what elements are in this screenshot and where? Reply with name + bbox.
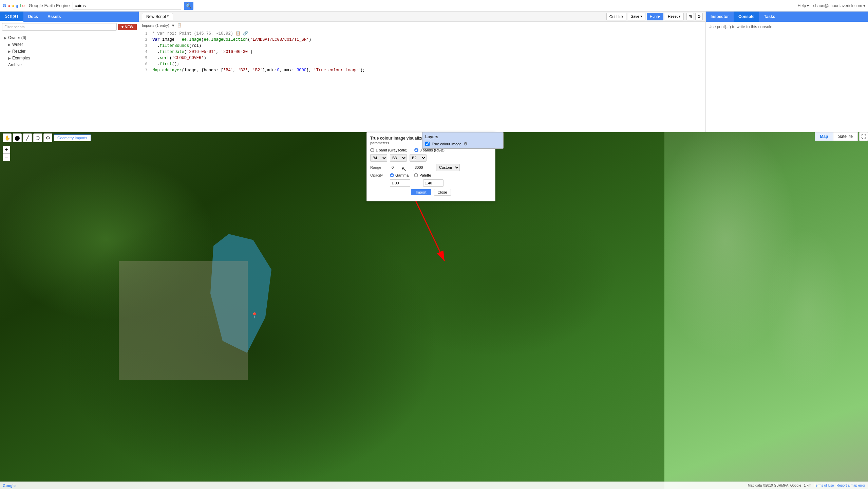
logo-g2: g <box>16 3 18 8</box>
map-settings-button[interactable]: ⚙ <box>43 133 52 142</box>
imports-bar: Imports (1 entry) ▼ 📋 <box>139 22 705 29</box>
top-bar: Google Google Earth Engine 🔍 Help ▾ shau… <box>0 0 868 12</box>
hand-tool-button[interactable]: ✋ <box>3 133 12 142</box>
tab-inspector[interactable]: Inspector <box>706 12 734 22</box>
zoom-controls: + − <box>3 146 10 161</box>
grid-icon-btn[interactable]: ⊞ <box>686 13 694 20</box>
tree-arrow-owner: ▶ <box>4 36 7 40</box>
viz-close-button[interactable]: Close <box>434 189 451 196</box>
mountain-area <box>664 132 868 489</box>
band-b4-select[interactable]: B4 <box>370 154 387 162</box>
map-tools: ✋ ⬤ ╱ ⬡ ⚙ Geometry Imports <box>0 132 94 144</box>
code-tabs: New Script * Get Link Save ▾ Run ▶ Reset… <box>139 12 705 22</box>
reset-button[interactable]: Reset ▾ <box>665 13 684 20</box>
save-button[interactable]: Save ▾ <box>628 13 645 20</box>
get-link-button[interactable]: Get Link <box>606 13 626 20</box>
tree-item-reader[interactable]: ▶ Reader <box>3 48 136 55</box>
imports-text: Imports (1 entry) <box>142 23 169 28</box>
geometry-imports-button[interactable]: Geometry Imports <box>54 134 91 141</box>
code-line-2: 2 var image = ee.Image(ee.ImageCollectio… <box>139 37 705 43</box>
viz-values-row <box>370 179 492 187</box>
imports-expand-icon[interactable]: ▼ <box>171 23 175 28</box>
fullscreen-icon-btn[interactable]: ⛶ <box>859 132 868 141</box>
google-logo: Google <box>3 3 25 8</box>
code-line-4: 4 .filterDate('2016-05-01', '2016-06-30'… <box>139 49 705 55</box>
settings-icon-btn[interactable]: ⚙ <box>695 13 703 20</box>
viz-import-button[interactable]: Import <box>411 189 431 195</box>
code-line-1: 1 * var roi: Point (145.76, -16.92) 📋 🔗 <box>139 31 705 37</box>
one-band-label: 1 band (Grayscale) <box>376 148 408 152</box>
filter-scripts-input[interactable] <box>2 23 117 31</box>
zoom-out-button[interactable]: − <box>3 153 10 161</box>
band-b2-select[interactable]: B2 <box>410 154 427 162</box>
viz-buttons-row: Import Close <box>370 189 492 196</box>
report-link[interactable]: Report a map error <box>837 484 865 487</box>
console-text: Use print(...) to write to this console. <box>709 24 773 29</box>
search-input[interactable] <box>73 2 181 10</box>
palette-radio-circle <box>414 173 418 177</box>
gamma-radio[interactable]: Gamma <box>390 173 409 177</box>
code-line-6: 6 .first(); <box>139 61 705 67</box>
tree-item-writer[interactable]: ▶ Writer <box>3 41 136 48</box>
zoom-in-button[interactable]: + <box>3 146 10 153</box>
line-tool-button[interactable]: ╱ <box>23 133 32 142</box>
logo-o1: o <box>7 3 10 8</box>
search-button[interactable]: 🔍 <box>184 2 193 10</box>
code-toolbar: Get Link Save ▾ Run ▶ Reset ▾ ⊞ ⚙ <box>606 13 703 20</box>
opacity-value-input[interactable] <box>390 179 410 187</box>
tree-arrow-examples: ▶ <box>8 56 11 60</box>
palette-label: Palette <box>419 173 431 177</box>
tree-item-owner[interactable]: ▶ Owner (6) <box>3 34 136 41</box>
viz-opacity-row: Opacity Gamma Palette <box>370 173 492 177</box>
map-type-satellite-button[interactable]: Satellite <box>833 132 858 141</box>
range-min-input[interactable] <box>390 164 410 171</box>
tree-arrow-reader: ▶ <box>8 50 11 53</box>
range-label: Range <box>370 165 387 169</box>
code-line-3: 3 .filterBounds(roi) <box>139 43 705 49</box>
logo-l: l <box>20 3 21 8</box>
range-max-input[interactable] <box>413 164 433 171</box>
tab-console[interactable]: Console <box>734 12 759 22</box>
logo-g: G <box>3 3 6 8</box>
point-tool-button[interactable]: ⬤ <box>13 133 22 142</box>
tree-item-archive[interactable]: Archive <box>3 61 136 68</box>
right-tabs: Inspector Console Tasks <box>706 12 868 22</box>
layers-title: Layers <box>425 134 501 139</box>
layers-panel: Layers True colour image ⚙ <box>422 132 504 149</box>
help-link[interactable]: Help ▾ <box>797 3 809 8</box>
user-menu[interactable]: shaun@shaunlaverick.com ▾ <box>813 3 865 8</box>
layer-settings-icon[interactable]: ⚙ <box>464 141 468 146</box>
left-tabs-bar: Scripts Docs Assets <box>0 12 139 22</box>
tab-docs[interactable]: Docs <box>23 12 43 22</box>
scale-bar: 1 km <box>804 484 811 487</box>
logo-e: e <box>22 3 25 8</box>
app-title: Google Earth Engine <box>29 3 70 8</box>
tab-tasks[interactable]: Tasks <box>759 12 780 22</box>
gamma-radio-circle <box>390 173 394 177</box>
layer-visible-checkbox[interactable] <box>425 142 430 146</box>
terms-link[interactable]: Terms of Use <box>814 484 834 487</box>
run-button[interactable]: Run ▶ <box>647 13 663 20</box>
tab-scripts[interactable]: Scripts <box>0 12 23 22</box>
range-custom-select[interactable]: Custom <box>436 164 460 171</box>
palette-radio[interactable]: Palette <box>414 173 431 177</box>
band-b3-select[interactable]: B3 <box>390 154 407 162</box>
one-band-radio[interactable]: 1 band (Grayscale) <box>370 148 408 152</box>
map-attribution: Map data ©2019 GBRMPA, Google <box>748 484 801 487</box>
scripts-toolbar: ▾ NEW <box>0 22 139 32</box>
code-line-7: 7 Map.addLayer(image, {bands: ['B4', 'B3… <box>139 67 705 73</box>
tree-item-examples[interactable]: ▶ Examples <box>3 55 136 61</box>
logo-o2: o <box>12 3 14 8</box>
polygon-tool-button[interactable]: ⬡ <box>33 133 42 142</box>
opacity-label: Opacity <box>370 173 387 177</box>
map-type-buttons: Map Satellite ⛶ <box>815 132 868 141</box>
gamma-value-input[interactable] <box>423 179 444 187</box>
top-right: Help ▾ shaun@shaunlaverick.com ▾ <box>797 3 865 8</box>
map-type-map-button[interactable]: Map <box>815 132 833 141</box>
code-tab-new-script[interactable]: New Script * <box>142 13 173 20</box>
imports-copy-icon[interactable]: 📋 <box>177 23 182 28</box>
layer-name: True colour image <box>432 142 461 146</box>
new-script-button[interactable]: ▾ NEW <box>118 24 137 30</box>
tab-assets[interactable]: Assets <box>43 12 65 22</box>
map-marker: 📍 <box>251 312 255 318</box>
